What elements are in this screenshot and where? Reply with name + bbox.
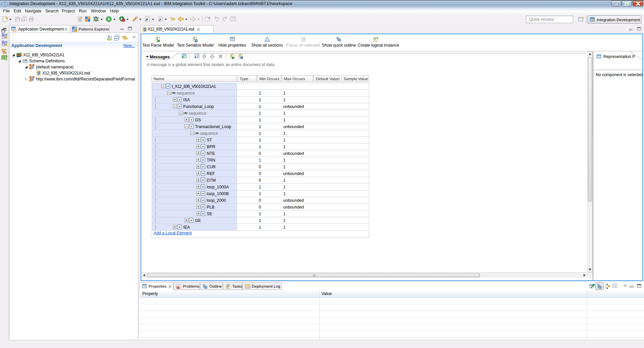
svg-text:S: S — [25, 58, 27, 62]
svg-text:e: e — [197, 54, 198, 57]
